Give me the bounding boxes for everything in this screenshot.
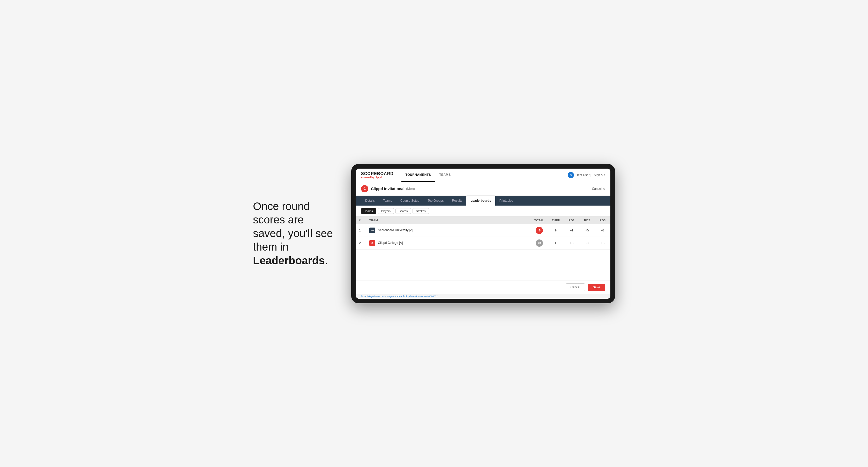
col-rank: # xyxy=(356,217,366,224)
filter-players[interactable]: Players xyxy=(378,208,394,214)
tournament-header: C Clippd Invitational (Men) Cancel ✕ xyxy=(356,182,610,196)
tab-results[interactable]: Results xyxy=(448,196,466,206)
col-rd1: RD1 xyxy=(564,217,579,224)
sidebar-text: Once round scores are saved, you'll see … xyxy=(253,199,336,268)
rd2-1: +5 xyxy=(579,224,595,237)
filter-bar: Teams Players Scores Strokes xyxy=(356,206,610,217)
leaderboard-table: # TEAM TOTAL THRU RD1 RD2 RD3 1 SU xyxy=(356,217,610,250)
page-wrapper: Once round scores are saved, you'll see … xyxy=(253,164,615,303)
filter-teams[interactable]: Teams xyxy=(361,208,376,214)
logo-subtitle: Powered by clippd xyxy=(361,176,394,179)
table-header: # TEAM TOTAL THRU RD1 RD2 RD3 xyxy=(356,217,610,224)
tournament-gender: (Men) xyxy=(406,187,415,191)
sign-out-link[interactable]: Sign out xyxy=(594,173,605,177)
col-rd2: RD2 xyxy=(579,217,595,224)
bottom-bar: Cancel Save xyxy=(356,281,610,294)
team-name-1: SU Scoreboard University [A] xyxy=(366,224,530,237)
total-1: -5 xyxy=(530,224,548,237)
col-total: TOTAL xyxy=(530,217,548,224)
content-spacer xyxy=(356,250,610,281)
thru-2: F xyxy=(548,237,564,249)
tab-tee-groups[interactable]: Tee Groups xyxy=(424,196,448,206)
logo-area: SCOREBOARD Powered by clippd xyxy=(361,172,394,179)
team-name-2: C Clippd College [A] xyxy=(366,237,530,249)
logo-title: SCOREBOARD xyxy=(361,172,394,176)
rd3-2: +3 xyxy=(595,237,610,249)
total-2: +3 xyxy=(530,237,548,249)
user-avatar: S xyxy=(568,172,574,178)
nav-link-tournaments[interactable]: TOURNAMENTS xyxy=(401,168,435,182)
sidebar-bold: Leaderboards xyxy=(253,254,325,267)
sidebar-line1: Once round scores are saved, you'll see … xyxy=(253,200,333,253)
tablet-frame: SCOREBOARD Powered by clippd TOURNAMENTS… xyxy=(351,164,615,303)
team-logo-1: SU xyxy=(369,227,375,233)
col-team: TEAM xyxy=(366,217,530,224)
filter-strokes[interactable]: Strokes xyxy=(412,208,429,214)
cancel-x-button[interactable]: Cancel ✕ xyxy=(592,187,605,191)
rd1-2: +8 xyxy=(564,237,579,249)
rank-2: 2 xyxy=(356,237,366,249)
nav-links: TOURNAMENTS TEAMS xyxy=(401,168,455,182)
rank-1: 1 xyxy=(356,224,366,237)
table-row: 2 C Clippd College [A] +3 F +8 -8 +3 xyxy=(356,237,610,249)
tournament-icon: C xyxy=(361,185,368,192)
col-rd3: RD3 xyxy=(595,217,610,224)
rd1-1: -4 xyxy=(564,224,579,237)
sidebar-end: . xyxy=(325,254,328,267)
team-logo-2: C xyxy=(369,240,375,246)
tab-teams[interactable]: Teams xyxy=(379,196,396,206)
nav-link-teams[interactable]: TEAMS xyxy=(435,168,455,182)
thru-1: F xyxy=(548,224,564,237)
filter-scores[interactable]: Scores xyxy=(396,208,411,214)
cancel-button[interactable]: Cancel xyxy=(566,283,585,291)
tab-leaderboards[interactable]: Leaderboards xyxy=(466,196,495,206)
tab-details[interactable]: Details xyxy=(361,196,379,206)
tablet-screen: SCOREBOARD Powered by clippd TOURNAMENTS… xyxy=(356,168,610,299)
table-row: 1 SU Scoreboard University [A] -5 F -4 +… xyxy=(356,224,610,237)
nav-right: S Test User | Sign out xyxy=(568,172,605,178)
top-nav: SCOREBOARD Powered by clippd TOURNAMENTS… xyxy=(356,168,610,182)
tab-printables[interactable]: Printables xyxy=(495,196,517,206)
tournament-name: Clippd Invitational xyxy=(371,186,404,191)
tab-course-setup[interactable]: Course Setup xyxy=(396,196,424,206)
save-button[interactable]: Save xyxy=(588,284,605,291)
rd3-1: -6 xyxy=(595,224,610,237)
url-bar: https://stage-blue-coach.stagescoreboard… xyxy=(356,294,610,299)
tab-bar: Details Teams Course Setup Tee Groups Re… xyxy=(356,196,610,206)
score-badge-1: -5 xyxy=(536,227,543,234)
user-name: Test User | xyxy=(577,173,591,177)
rd2-2: -8 xyxy=(579,237,595,249)
col-thru: THRU xyxy=(548,217,564,224)
score-badge-2: +3 xyxy=(536,240,543,247)
table-body: 1 SU Scoreboard University [A] -5 F -4 +… xyxy=(356,224,610,249)
